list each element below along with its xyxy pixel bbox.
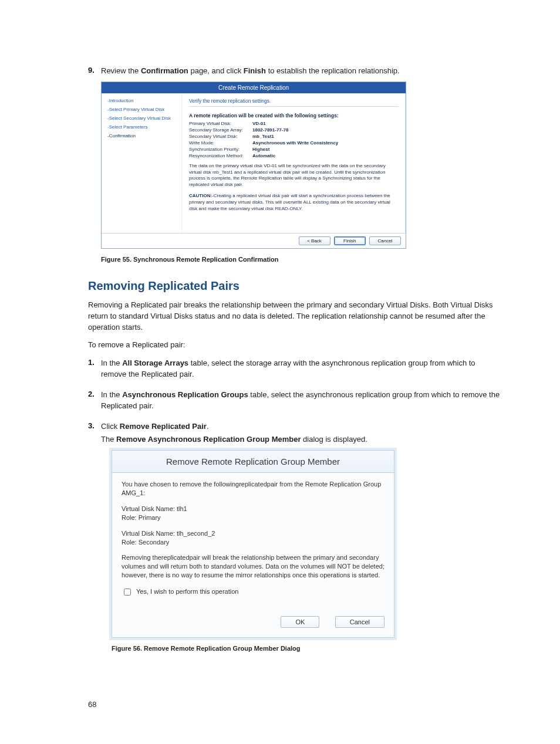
wizard-title: Create Remote Replication [102,82,406,93]
row-secondary-vd: Secondary Virtual Disk: mb_Test1 [189,134,399,139]
k: Primary Virtual Disk: [189,121,252,126]
k: Resyncronization Method: [189,153,252,158]
vd2: Virtual Disk Name: tlh_second_2 Role: Se… [122,529,384,547]
settings-heading: A remote replication will be created wit… [189,113,399,119]
cancel-button-2[interactable]: Cancel [335,616,384,628]
page-number: 68 [88,700,96,709]
t: The [101,435,116,444]
t-bold: All Storage Arrays [122,359,188,367]
confirm-checkbox-label: Yes, I wish to perform this operation [136,587,238,596]
nav-select-secondary[interactable]: -Select Secondary Virtual Disk [107,116,178,121]
v: Asynchronous with Write Consistency [252,140,338,146]
confirm-checkbox-row: Yes, I wish to perform this operation [122,587,384,597]
line: Role: Primary [122,514,161,521]
ok-button[interactable]: OK [281,616,319,628]
figure-56-caption: Figure 56. Remove Remote Replication Gro… [112,645,501,652]
wizard-nav: -Introduction -Select Primary Virtual Di… [102,93,182,233]
caution: CAUTION:-Creating a replicated virtual d… [189,193,399,212]
v: Automatic [252,153,275,158]
t: page, and click [188,66,244,75]
row-sync-priority: Synchronization Priority: Highest [189,147,399,152]
t-bold: Remove Replicated Pair [120,422,207,431]
caution-label: CAUTION: [189,193,212,198]
section-heading: Removing Replicated Pairs [88,279,501,293]
row-write-mode: Write Mode: Asynchronous with Write Cons… [189,140,399,146]
intro-paragraph: Removing a Replicated pair breaks the re… [88,300,501,333]
step-number: 2. [88,390,101,412]
lead-in: To remove a Replicated pair: [88,340,501,351]
k: Secondary Storage Array: [189,127,252,133]
dialog-body: You have chosen to remove the followingr… [112,473,394,616]
row-secondary-array: Secondary Storage Array: 1802-7891-77-78 [189,127,399,133]
confirm-checkbox[interactable] [124,589,131,596]
t: In the [101,390,122,399]
step-9: 9. Review the Confirmation page, and cli… [88,66,501,77]
v: mb_Test1 [252,134,274,139]
step-1: 1. In the All Storage Arrays table, sele… [88,358,501,380]
cancel-button[interactable]: Cancel [369,236,401,245]
v: 1802-7891-77-78 [252,127,288,133]
figure-55-caption: Figure 55. Synchronous Remote Replicatio… [101,256,501,263]
v: VD-01 [252,121,266,126]
t: Review the [101,66,141,75]
nav-intro[interactable]: -Introduction [107,98,178,103]
v: Highest [252,147,269,152]
nav-select-primary[interactable]: -Select Primary Virtual Disk [107,107,178,112]
t-bold: Asynchronous Replication Groups [122,390,248,399]
k: Synchronization Priority: [189,147,252,152]
step-3: 3. Click Remove Replicated Pair. The Rem… [88,421,501,446]
wizard-body: -Introduction -Select Primary Virtual Di… [102,93,406,233]
wizard-content: Verify the remote replication settings. … [182,93,406,233]
dialog-button-bar: OK Cancel [112,616,394,637]
k: Write Mode: [189,140,252,146]
k: Secondary Virtual Disk: [189,134,252,139]
step-text: Review the Confirmation page, and click … [101,66,501,77]
step-number: 9. [88,66,101,77]
verify-text: Verify the remote replication settings. [189,98,399,104]
line: Virtual Disk Name: tlh1 [122,505,187,512]
t: In the [101,359,122,367]
nav-select-parameters[interactable]: -Select Parameters [107,124,178,130]
t-bold: Finish [244,66,266,75]
caution-text: -Creating a replicated virtual disk pair… [189,193,390,211]
t: to establish the replication relationshi… [266,66,400,75]
t: . [207,422,209,431]
row-primary-vd: Primary Virtual Disk: VD-01 [189,121,399,126]
step-text: Click Remove Replicated Pair. The Remove… [101,421,501,446]
line: Role: Secondary [122,539,169,546]
step-number: 1. [88,358,101,380]
divider [189,106,399,107]
remove-replication-dialog: Remove Remote Replication Group Member Y… [112,450,394,638]
create-remote-replication-wizard: Create Remote Replication -Introduction … [101,82,406,249]
step-text: In the Asynchronous Replication Groups t… [101,390,501,412]
t: dialog is displayed. [301,435,367,444]
dialog-intro: You have chosen to remove the followingr… [122,480,384,498]
row-resync-method: Resyncronization Method: Automatic [189,153,399,158]
finish-button[interactable]: Finish [334,236,366,245]
line: Virtual Disk Name: tlh_second_2 [122,530,215,537]
step-number: 3. [88,421,101,446]
vd1: Virtual Disk Name: tlh1 Role: Primary [122,505,384,522]
sync-description: The data on the primary virtual disk VD-… [189,163,399,188]
nav-confirmation[interactable]: -Confirmation [107,133,178,138]
wizard-button-bar: < Back Finish Cancel [102,233,406,248]
back-button[interactable]: < Back [299,236,330,245]
t: Click [101,422,120,431]
dialog-warning: Removing thereplicatedpair will break th… [122,553,384,580]
t-bold: Confirmation [141,66,188,75]
step-text: In the All Storage Arrays table, select … [101,358,501,380]
step-2: 2. In the Asynchronous Replication Group… [88,390,501,412]
dialog-title: Remove Remote Replication Group Member [112,451,394,473]
t-bold: Remove Asynchronous Replication Group Me… [116,435,301,444]
